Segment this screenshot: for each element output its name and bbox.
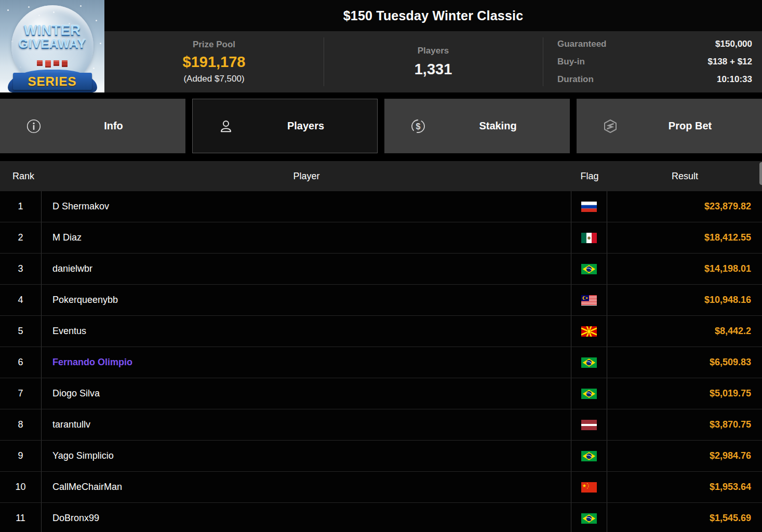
table-row[interactable]: 2 M Diaz $18,412.55 — [0, 222, 762, 254]
result-value: $2,984.76 — [607, 441, 762, 471]
brazil-flag-icon — [571, 378, 607, 409]
tournament-header: WINTER GIVEAWAY SERIES $150 Tuesday Wint… — [0, 0, 762, 92]
latvia-flag-icon — [571, 409, 607, 440]
table-row[interactable]: 8 tarantullv $3,870.75 — [0, 409, 762, 441]
player-name: Fernando Olimpio — [42, 347, 571, 378]
details-section: Guaranteed $150,000 Buy-in $138 + $12 Du… — [543, 31, 762, 92]
tab-staking[interactable]: $ Staking — [384, 99, 570, 153]
brazil-flag-icon — [571, 503, 607, 532]
table-row[interactable]: 4 Pokerqueenybb $10,948.16 — [0, 285, 762, 316]
rank-column-header: Rank — [0, 171, 42, 182]
result-value: $18,412.55 — [607, 222, 762, 253]
player-name: D Shermakov — [42, 191, 571, 222]
logo-line-winter: WINTER — [0, 23, 104, 37]
prize-pool-added: (Added $7,500) — [183, 74, 244, 84]
prize-pool-section: Prize Pool $191,178 (Added $7,500) — [104, 31, 324, 92]
tab-players[interactable]: Players — [192, 99, 378, 153]
table-row[interactable]: 11 DoBronx99 $1,545.69 — [0, 503, 762, 532]
mexico-flag-icon — [571, 222, 607, 253]
rank-cell: 5 — [0, 316, 42, 347]
duration-label: Duration — [557, 71, 594, 88]
tab-label: Staking — [426, 120, 570, 132]
players-count-section: Players 1,331 — [324, 31, 543, 92]
buyin-value: $138 + $12 — [707, 53, 752, 71]
table-row[interactable]: 3 danielwbr $14,198.01 — [0, 254, 762, 285]
table-row[interactable]: 10 CallMeChairMan $1,953.64 — [0, 472, 762, 503]
result-value: $3,870.75 — [607, 409, 762, 440]
prize-pool-label: Prize Pool — [193, 39, 235, 50]
rank-cell: 11 — [0, 503, 42, 532]
table-body: 1 D Shermakov $23,879.82 2 M Diaz $18,41… — [0, 191, 762, 532]
table-header-row: Rank Player Flag Result — [0, 161, 762, 191]
players-count-label: Players — [418, 46, 449, 56]
logo-line-series: SERIES — [28, 74, 76, 89]
player-name: Eventus — [42, 316, 571, 347]
brazil-flag-icon — [571, 254, 607, 284]
tab-label: Prop Bet — [618, 120, 762, 132]
results-table: Rank Player Flag Result 1 D Shermakov $2… — [0, 161, 762, 532]
table-row[interactable]: 7 Diogo Silva $5,019.75 — [0, 378, 762, 409]
guaranteed-value: $150,000 — [715, 35, 752, 53]
flag-column-header: Flag — [571, 171, 608, 182]
table-row[interactable]: 1 D Shermakov $23,879.82 — [0, 191, 762, 222]
tab-bar: Info Players $ Staking Prop Bet — [0, 99, 762, 153]
russia-flag-icon — [571, 191, 607, 222]
duration-value: 10:10:33 — [717, 71, 752, 88]
logo-line-giveaway: GIVEAWAY — [0, 37, 104, 50]
gift-boxes-graphic — [0, 60, 104, 68]
series-ribbon: SERIES — [13, 73, 92, 90]
guaranteed-row: Guaranteed $150,000 — [557, 35, 752, 53]
table-row[interactable]: 6 Fernando Olimpio $6,509.83 — [0, 347, 762, 378]
players-count-value: 1,331 — [415, 61, 452, 78]
title-bar: $150 Tuesday Winter Classic — [104, 0, 762, 31]
rank-cell: 1 — [0, 191, 42, 222]
result-value: $8,442.2 — [607, 316, 762, 347]
table-row[interactable]: 5 Eventus $8,442.2 — [0, 316, 762, 347]
player-name: Yago Simplicio — [42, 441, 571, 471]
macedonia-flag-icon — [571, 316, 607, 347]
tab-info[interactable]: Info — [0, 99, 185, 153]
result-value: $1,953.64 — [607, 472, 762, 502]
result-value: $10,948.16 — [607, 285, 762, 315]
table-row[interactable]: 9 Yago Simplicio $2,984.76 — [0, 441, 762, 472]
brazil-flag-icon — [571, 347, 607, 378]
dollar-circle-icon: $ — [410, 118, 426, 134]
tab-label: Info — [42, 120, 185, 132]
china-flag-icon — [571, 472, 607, 502]
player-name: danielwbr — [42, 254, 571, 284]
vertical-scrollbar-thumb[interactable] — [759, 162, 762, 185]
logo-text: WINTER GIVEAWAY — [0, 23, 104, 50]
svg-text:$: $ — [416, 122, 421, 130]
person-icon — [218, 118, 234, 134]
player-name: M Diaz — [42, 222, 571, 253]
buyin-label: Buy-in — [557, 53, 585, 71]
info-icon — [26, 118, 42, 134]
result-value: $14,198.01 — [607, 254, 762, 284]
player-column-header: Player — [42, 171, 571, 182]
result-value: $1,545.69 — [607, 503, 762, 532]
rank-cell: 3 — [0, 254, 42, 284]
result-column-header: Result — [608, 171, 762, 182]
player-name: Diogo Silva — [42, 378, 571, 409]
brazil-flag-icon — [571, 441, 607, 471]
tab-prop-bet[interactable]: Prop Bet — [577, 99, 762, 153]
result-value: $6,509.83 — [607, 347, 762, 378]
player-name: Pokerqueenybb — [42, 285, 571, 315]
player-name: CallMeChairMan — [42, 472, 571, 502]
player-name: tarantullv — [42, 409, 571, 440]
result-value: $5,019.75 — [607, 378, 762, 409]
malaysia-flag-icon — [571, 285, 607, 315]
stats-strip: Prize Pool $191,178 (Added $7,500) Playe… — [104, 31, 762, 92]
result-value: $23,879.82 — [607, 191, 762, 222]
rank-cell: 4 — [0, 285, 42, 315]
rank-cell: 10 — [0, 472, 42, 502]
player-name: DoBronx99 — [42, 503, 571, 532]
buyin-row: Buy-in $138 + $12 — [557, 53, 752, 71]
prop-hexagon-icon — [603, 118, 618, 134]
rank-cell: 6 — [0, 347, 42, 378]
rank-cell: 9 — [0, 441, 42, 471]
page-title: $150 Tuesday Winter Classic — [343, 8, 524, 23]
rank-cell: 8 — [0, 409, 42, 440]
tab-label: Players — [234, 120, 378, 132]
winter-giveaway-series-logo: WINTER GIVEAWAY SERIES — [0, 0, 104, 92]
